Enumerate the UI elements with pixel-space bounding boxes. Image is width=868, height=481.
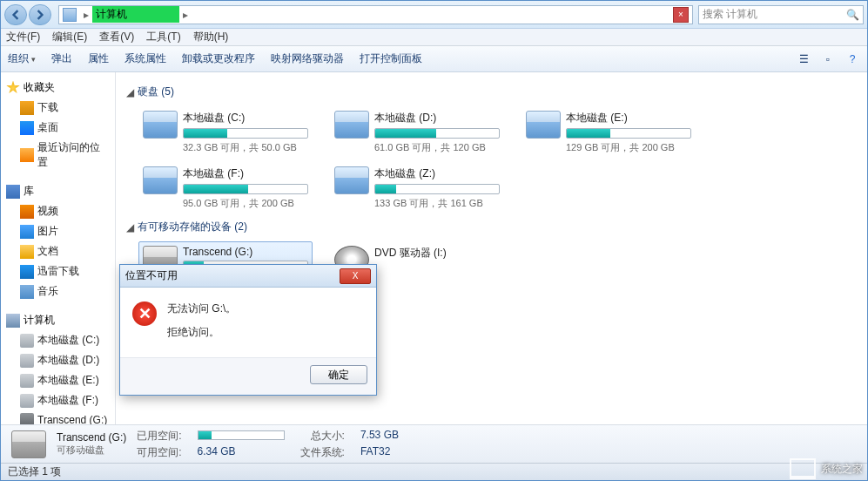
menu-edit[interactable]: 编辑(E) bbox=[52, 30, 87, 44]
error-icon: ✕ bbox=[132, 301, 157, 326]
address-clear-button[interactable]: × bbox=[673, 7, 689, 23]
hdd-icon bbox=[20, 354, 34, 368]
details-used-key: 已用空间: bbox=[137, 429, 181, 444]
watermark-text: 系统之家 bbox=[821, 462, 863, 477]
drive-name: 本地磁盘 (C:) bbox=[183, 111, 308, 125]
drive-item[interactable]: 本地磁盘 (Z:) 133 GB 可用，共 161 GB bbox=[330, 162, 504, 214]
menu-help[interactable]: 帮助(H) bbox=[193, 30, 229, 44]
address-segment[interactable]: 计算机 bbox=[92, 6, 179, 23]
chevron-right-icon: ▸ bbox=[84, 9, 89, 21]
details-name: Transcend (G:) bbox=[57, 431, 126, 444]
search-input[interactable]: 搜索 计算机 🔍 bbox=[698, 5, 864, 24]
details-fs-key: 文件系统: bbox=[300, 445, 345, 460]
menu-file[interactable]: 文件(F) bbox=[6, 30, 40, 44]
error-dialog: 位置不可用 X ✕ 无法访问 G:\。 拒绝访问。 确定 bbox=[119, 264, 377, 396]
sidebar-item-disk-e[interactable]: 本地磁盘 (E:) bbox=[1, 370, 115, 390]
preview-pane-icon[interactable]: ▫ bbox=[820, 51, 836, 67]
sidebar-item-downloads[interactable]: 下载 bbox=[1, 98, 115, 118]
menu-view[interactable]: 查看(V) bbox=[99, 30, 134, 44]
drive-item[interactable]: 本地磁盘 (F:) 95.0 GB 可用，共 200 GB bbox=[138, 162, 313, 214]
uninstall-button[interactable]: 卸载或更改程序 bbox=[182, 51, 255, 66]
system-properties-button[interactable]: 系统属性 bbox=[124, 51, 166, 66]
section-hdd[interactable]: ◢硬盘 (5) bbox=[126, 85, 857, 99]
titlebar: ▸ 计算机 ▸ × 搜索 计算机 🔍 bbox=[1, 1, 867, 29]
computer-icon bbox=[6, 314, 20, 328]
properties-button[interactable]: 属性 bbox=[88, 51, 109, 66]
details-pane: Transcend (G:) 可移动磁盘 已用空间: 总大小: 7.53 GB … bbox=[1, 424, 867, 463]
computer-icon bbox=[63, 8, 77, 22]
details-used-value bbox=[198, 429, 285, 444]
drive-icon bbox=[334, 111, 369, 139]
help-icon[interactable]: ? bbox=[844, 51, 860, 67]
sidebar-computer[interactable]: 计算机 bbox=[1, 310, 115, 330]
sidebar: 收藏夹 下载 桌面 最近访问的位置 库 视频 图片 文档 迅雷下载 音乐 计算机… bbox=[1, 72, 116, 424]
dialog-ok-button[interactable]: 确定 bbox=[310, 365, 367, 384]
details-type: 可移动磁盘 bbox=[57, 444, 126, 457]
view-options-icon[interactable]: ☰ bbox=[796, 51, 811, 67]
drive-name: DVD 驱动器 (I:) bbox=[374, 246, 500, 261]
drive-icon bbox=[526, 111, 561, 139]
document-icon bbox=[20, 245, 34, 259]
statusbar: 已选择 1 项 bbox=[1, 463, 867, 480]
sidebar-item-label: 下载 bbox=[37, 100, 58, 115]
sidebar-item-label: 本地磁盘 (C:) bbox=[37, 333, 99, 348]
nav-back-button[interactable] bbox=[4, 4, 27, 25]
details-total-value: 7.53 GB bbox=[360, 429, 399, 444]
drive-name: 本地磁盘 (E:) bbox=[566, 111, 691, 125]
watermark-logo-icon bbox=[790, 458, 816, 479]
sidebar-item-pictures[interactable]: 图片 bbox=[1, 221, 115, 241]
dialog-close-button[interactable]: X bbox=[340, 268, 371, 284]
drive-icon bbox=[143, 111, 178, 139]
sidebar-item-documents[interactable]: 文档 bbox=[1, 241, 115, 261]
collapse-icon: ◢ bbox=[126, 86, 134, 98]
sidebar-item-disk-d[interactable]: 本地磁盘 (D:) bbox=[1, 350, 115, 370]
drive-item[interactable]: 本地磁盘 (D:) 61.0 GB 可用，共 120 GB bbox=[330, 106, 504, 159]
usb-icon bbox=[20, 413, 34, 424]
address-bar[interactable]: ▸ 计算机 ▸ × bbox=[58, 5, 693, 24]
star-icon bbox=[6, 81, 20, 95]
details-free-value: 6.34 GB bbox=[198, 445, 285, 460]
video-icon bbox=[20, 205, 34, 219]
details-fs-value: FAT32 bbox=[360, 445, 399, 460]
sidebar-item-music[interactable]: 音乐 bbox=[1, 281, 115, 301]
sidebar-favorites[interactable]: 收藏夹 bbox=[1, 78, 115, 98]
control-panel-button[interactable]: 打开控制面板 bbox=[360, 51, 422, 66]
sidebar-item-videos[interactable]: 视频 bbox=[1, 201, 115, 221]
drive-name: 本地磁盘 (Z:) bbox=[374, 166, 500, 181]
sidebar-item-label: 图片 bbox=[37, 224, 58, 239]
organize-button[interactable]: 组织 bbox=[8, 51, 36, 66]
dialog-message-1: 无法访问 G:\。 bbox=[167, 301, 236, 316]
chevron-right-icon: ▸ bbox=[183, 9, 188, 21]
sidebar-label: 收藏夹 bbox=[24, 80, 55, 95]
drive-icon bbox=[334, 166, 369, 194]
sidebar-item-label: 文档 bbox=[37, 244, 58, 259]
details-free-key: 可用空间: bbox=[137, 445, 181, 460]
details-total-key: 总大小: bbox=[300, 429, 345, 444]
sidebar-item-disk-g[interactable]: Transcend (G:) bbox=[1, 410, 115, 424]
drive-icon bbox=[11, 430, 46, 458]
dialog-message-2: 拒绝访问。 bbox=[167, 325, 236, 340]
sidebar-item-disk-f[interactable]: 本地磁盘 (F:) bbox=[1, 390, 115, 410]
sidebar-item-label: 本地磁盘 (D:) bbox=[37, 353, 99, 368]
drive-name: 本地磁盘 (F:) bbox=[183, 166, 308, 181]
nav-forward-button[interactable] bbox=[29, 4, 51, 25]
sidebar-item-disk-c[interactable]: 本地磁盘 (C:) bbox=[1, 330, 115, 350]
dialog-titlebar[interactable]: 位置不可用 X bbox=[120, 265, 376, 288]
status-text: 已选择 1 项 bbox=[8, 464, 61, 479]
map-drive-button[interactable]: 映射网络驱动器 bbox=[271, 51, 344, 66]
sidebar-libraries[interactable]: 库 bbox=[1, 181, 115, 201]
sidebar-item-thunder[interactable]: 迅雷下载 bbox=[1, 261, 115, 281]
collapse-icon: ◢ bbox=[126, 221, 134, 234]
drive-item[interactable]: 本地磁盘 (C:) 32.3 GB 可用，共 50.0 GB bbox=[138, 106, 313, 159]
section-removable[interactable]: ◢有可移动存储的设备 (2) bbox=[126, 220, 857, 234]
sidebar-item-label: 最近访问的位置 bbox=[37, 140, 110, 170]
thunder-icon bbox=[20, 265, 34, 279]
sidebar-item-label: 音乐 bbox=[37, 284, 58, 299]
drive-item[interactable]: 本地磁盘 (E:) 129 GB 可用，共 200 GB bbox=[521, 106, 696, 159]
sidebar-item-recent[interactable]: 最近访问的位置 bbox=[1, 138, 115, 173]
eject-button[interactable]: 弹出 bbox=[51, 51, 72, 66]
download-icon bbox=[20, 101, 34, 115]
sidebar-item-desktop[interactable]: 桌面 bbox=[1, 118, 115, 138]
menu-tools[interactable]: 工具(T) bbox=[146, 30, 180, 44]
search-placeholder: 搜索 计算机 bbox=[703, 7, 757, 22]
